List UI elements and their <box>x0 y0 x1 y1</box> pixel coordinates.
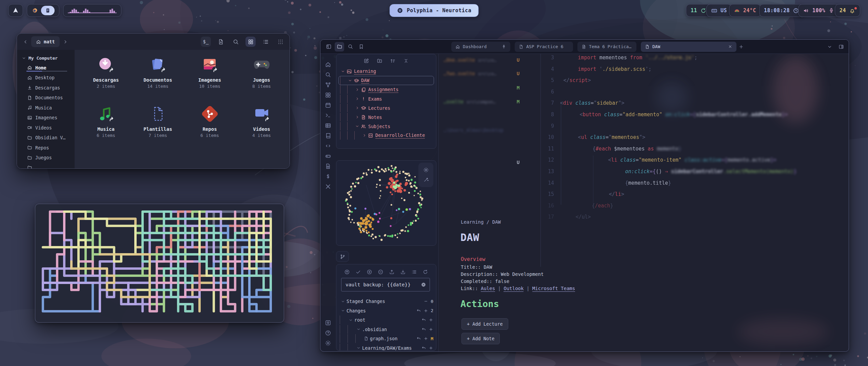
git-row-undo-button[interactable] <box>416 308 421 313</box>
git-row-undo-button[interactable] <box>421 318 426 322</box>
close-tab-button[interactable] <box>728 44 732 49</box>
ribbon-help-button[interactable] <box>323 328 333 338</box>
action-button--add-lecture[interactable]: + Add Lecture <box>461 318 508 330</box>
sidebar-item-documentos[interactable]: Documentos <box>22 93 75 103</box>
sidebar-item-desktop[interactable]: Desktop <box>22 73 75 83</box>
split-pane-button[interactable] <box>839 44 844 49</box>
git-panel-tab[interactable] <box>336 251 349 262</box>
file-item-documentos[interactable]: Documentos14 items <box>132 55 184 89</box>
chevron-down-icon[interactable] <box>340 299 346 304</box>
sidebar-item-imagenes[interactable]: Imagenes <box>22 113 75 123</box>
chevron-down-icon[interactable] <box>354 124 360 128</box>
sidebar-root[interactable]: My Computer <box>22 53 75 63</box>
clear-icon[interactable] <box>421 282 426 287</box>
chevron-down-icon[interactable] <box>340 308 346 313</box>
ribbon-book-button[interactable] <box>323 130 333 141</box>
sidebar-item-musica[interactable]: Musica <box>22 103 75 113</box>
file-item-juegos[interactable]: Juegos8 items <box>236 55 288 89</box>
graph-gear-button[interactable] <box>423 167 429 173</box>
widget-clock[interactable]: 18:08:28 <box>759 4 804 17</box>
terminal-pipes-window[interactable] <box>35 204 284 323</box>
sidebar-item-descargas[interactable]: Descargas <box>22 83 75 93</box>
sidebar-item-repos[interactable]: Repos <box>22 143 75 153</box>
chevron-right-icon[interactable] <box>354 106 360 110</box>
menu-button[interactable] <box>275 37 285 47</box>
git-row-changes[interactable]: Changes2 <box>340 306 433 315</box>
chevron-right-icon[interactable] <box>361 133 367 138</box>
note-breadcrumb[interactable]: Learning / DAW <box>461 219 501 225</box>
file-item-musica[interactable]: Musica6 items <box>80 104 132 138</box>
search-button[interactable] <box>231 37 241 47</box>
tab-tema-6-pr-cticas-[interactable]: Tema 6 Prácticas -… <box>577 42 636 52</box>
tab-list-button[interactable] <box>827 44 832 49</box>
chevron-down-icon[interactable] <box>355 346 361 350</box>
chevron-down-icon[interactable] <box>347 78 353 83</box>
tree-item-desarrollo-cliente[interactable]: Desarrollo-Cliente <box>338 131 434 140</box>
media-player-widget[interactable]: Polyphia - Neurotica <box>390 4 479 17</box>
chevron-right-icon[interactable] <box>354 115 360 119</box>
bookmarks-view-button[interactable] <box>356 42 366 52</box>
ribbon-network-button[interactable] <box>323 80 333 90</box>
git-tray-down-button[interactable] <box>400 269 406 275</box>
tab-dashboard[interactable]: Dashboard <box>451 42 510 52</box>
widget-audio[interactable]: 100% <box>798 4 839 17</box>
back-button[interactable] <box>21 37 30 46</box>
files-view-button[interactable] <box>335 42 344 52</box>
ribbon-search-button[interactable] <box>323 69 333 80</box>
git-row-plus-button[interactable] <box>423 336 428 341</box>
git-check-button[interactable] <box>355 269 361 275</box>
file-item-imagenes[interactable]: Imagenes10 items <box>184 55 236 89</box>
sidebar-item-clipped[interactable] <box>22 163 75 168</box>
git-arrow-up-circle-button[interactable] <box>344 269 350 275</box>
forward-button[interactable] <box>61 37 70 46</box>
tree-item-notes[interactable]: Notes <box>338 113 434 122</box>
sidebar-item-juegos[interactable]: Juegos <box>22 153 75 163</box>
sidebar-item-home[interactable]: Home <box>22 63 75 73</box>
app-button[interactable] <box>32 7 38 14</box>
tree-item-assignments[interactable]: Assignments <box>338 85 434 94</box>
file-item-repos[interactable]: Repos6 items <box>184 104 236 138</box>
chevron-right-icon[interactable] <box>354 97 360 101</box>
launcher-button[interactable] <box>8 4 23 17</box>
tab-daw[interactable]: DAW <box>641 42 736 52</box>
tab-asp-practice-6[interactable]: ASP Practice 6 <box>515 42 573 52</box>
git-row-undo-button[interactable] <box>416 336 421 341</box>
tree-item-learning[interactable]: Learning <box>338 67 434 76</box>
tree-item-lectures[interactable]: Lectures <box>338 103 434 113</box>
chevron-down-icon[interactable] <box>340 69 346 74</box>
ribbon-layout-grid-button[interactable] <box>323 90 333 100</box>
list-view-button[interactable] <box>260 37 271 47</box>
link-outlook[interactable]: Outlook <box>504 286 524 292</box>
explorer-edit-button[interactable] <box>363 58 369 64</box>
git-row-undo-button[interactable] <box>421 327 426 332</box>
ribbon-calendar-button[interactable] <box>323 100 333 110</box>
new-tab-button[interactable] <box>736 42 746 52</box>
ribbon-tools-button[interactable] <box>323 181 333 191</box>
git-row-undo-button[interactable] <box>421 346 426 350</box>
git-row-root[interactable]: root <box>340 316 433 324</box>
sidebar-item-videos[interactable]: Videos <box>22 123 75 133</box>
git-plus-circle-button[interactable] <box>367 269 372 275</box>
explorer-sort-button[interactable] <box>390 58 396 64</box>
chevron-right-icon[interactable] <box>354 87 360 92</box>
ribbon-gear-button[interactable] <box>323 338 333 348</box>
tree-item-subjects[interactable]: Subjects <box>338 122 434 131</box>
chevron-down-icon[interactable] <box>355 327 361 331</box>
git-row-plus-button[interactable] <box>429 327 433 332</box>
ribbon-table-button[interactable] <box>323 120 333 130</box>
taskbar[interactable] <box>27 4 59 17</box>
git-minus-circle-button[interactable] <box>378 269 383 275</box>
git-row-plus-button[interactable] <box>423 308 428 313</box>
file-item-descargas[interactable]: Descargas2 items <box>80 55 132 89</box>
git-row-learning-daw-exams[interactable]: Learning/DAW/Exams <box>340 344 433 351</box>
explorer-folder-plus-button[interactable] <box>377 58 382 64</box>
search-view-button[interactable] <box>346 42 355 52</box>
file-item-plantillas[interactable]: Plantillas7 items <box>132 104 184 138</box>
chevron-down-icon[interactable] <box>348 318 354 322</box>
tree-item-exams[interactable]: Exams <box>338 94 434 103</box>
git-row-minus-button[interactable] <box>423 299 428 304</box>
ribbon-gamepad-button[interactable] <box>323 151 333 161</box>
ribbon-terminal-button[interactable] <box>323 110 333 120</box>
widget-weather[interactable]: 24°C <box>729 4 761 17</box>
git-row-plus-button[interactable] <box>429 318 433 322</box>
